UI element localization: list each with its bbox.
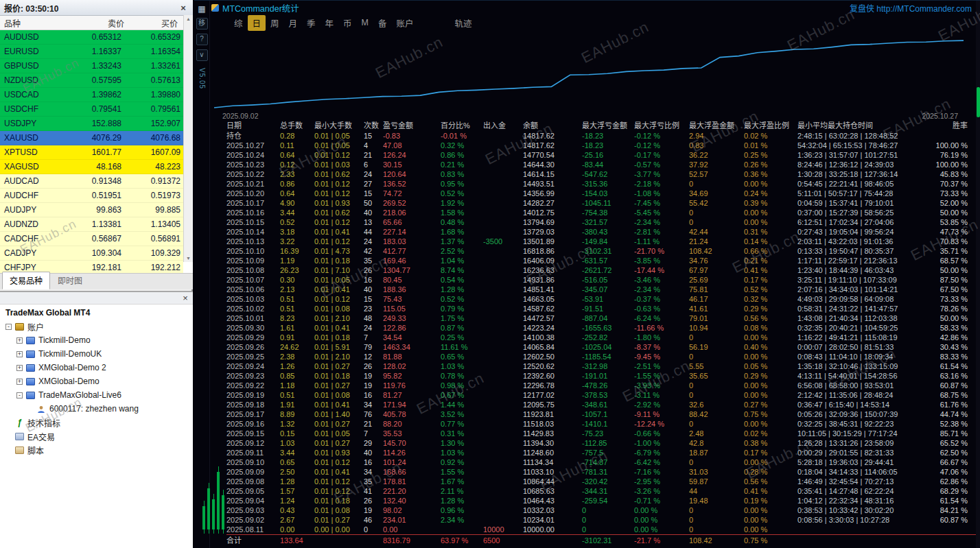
help-button[interactable]: ? <box>196 34 208 45</box>
column-header[interactable]: 百分比% <box>441 121 483 131</box>
table-row[interactable]: 2025.10.240.640.01 | 0.1221126.240.86 %1… <box>226 150 976 160</box>
column-header[interactable]: 最大浮盈金额 <box>689 121 744 131</box>
table-row[interactable]: 持仓0.280.01 | 0.0515-0.83-0.01 %14817.62-… <box>226 131 976 141</box>
menu-item-track[interactable]: 轨迹 <box>450 15 477 31</box>
table-row[interactable]: 2025.09.178.890.01 | 1.4076405.783.52 %1… <box>226 409 976 419</box>
table-row[interactable]: 2025.10.270.110.01 | 0.05447.080.32 %148… <box>226 141 976 150</box>
menu-item-月[interactable]: 月 <box>284 15 303 31</box>
table-row[interactable]: 2025.09.051.570.01 | 0.1241221.202.11 %1… <box>226 486 976 496</box>
tab-tick-chart[interactable]: 即时图 <box>50 272 90 289</box>
quote-row[interactable]: AUDCAD0.913480.91372 <box>0 174 183 189</box>
table-row[interactable]: 2025.09.2624.620.01 | 5.91791463.3411.61… <box>226 342 976 352</box>
tree-item[interactable]: 6000117: zhezhen wang <box>0 402 193 416</box>
quote-row[interactable]: AUDUSD0.653120.65329 <box>0 30 183 45</box>
menu-item-综[interactable]: 综 <box>229 15 248 31</box>
column-header[interactable]: 盈亏金额 <box>383 121 441 131</box>
tab-symbols[interactable]: 交易品种 <box>2 272 50 289</box>
column-bid[interactable]: 卖价 <box>66 17 124 29</box>
expand-icon[interactable]: + <box>16 337 23 344</box>
column-symbol[interactable]: 品种 <box>0 17 66 29</box>
column-header[interactable]: 胜率 <box>925 121 975 131</box>
quote-row[interactable]: EURUSD1.163371.16354 <box>0 45 183 59</box>
table-row[interactable]: 2025.10.163.440.01 | 0.6240218.061.58 %1… <box>226 208 976 217</box>
move-button[interactable]: 移 <box>196 18 208 29</box>
column-header[interactable]: 日期 <box>226 121 280 131</box>
quote-row[interactable]: XAGUSD48.16848.223 <box>0 160 183 174</box>
tree-item[interactable]: EA交易 <box>0 429 193 443</box>
quote-row[interactable]: XAUUSD4076.294076.68 <box>0 131 183 145</box>
table-row[interactable]: 2025.10.230.120.01 | 0.03630.150.21 %146… <box>226 160 976 169</box>
table-row[interactable]: 2025.09.241.260.01 | 0.2726128.021.03 %1… <box>226 361 976 371</box>
column-header[interactable]: 最小平均最大持仓时间 <box>797 121 925 131</box>
menu-item-账户[interactable]: 账户 <box>392 15 419 31</box>
quote-row[interactable]: USDCAD1.398621.39880 <box>0 88 183 102</box>
table-row[interactable]: 2025.09.041.240.01 | 0.1826132.401.28 %1… <box>226 496 976 505</box>
column-header[interactable]: 最小大手数 <box>314 121 364 131</box>
table-row[interactable]: 2025.10.091.190.01 | 0.1835169.461.04 %1… <box>226 256 976 265</box>
table-row[interactable]: 2025.10.018.230.01 | 2.1048249.331.75 %1… <box>226 313 976 323</box>
menu-item-币[interactable]: 币 <box>338 15 357 31</box>
table-row[interactable]: 2025.10.133.220.01 | 0.1224183.031.37 %-… <box>226 237 976 246</box>
scroll-up-icon[interactable]: ▲ <box>186 16 191 21</box>
table-row[interactable]: 2025.09.230.850.01 | 0.181995.820.78 %12… <box>226 371 976 381</box>
table-row[interactable]: 2025.09.022.670.01 | 0.2746234.012.34 %1… <box>226 515 976 525</box>
table-row[interactable]: 2025.09.150.150.01 | 0.05735.530.31 %114… <box>226 429 976 438</box>
tree-item[interactable]: +Tickmill-DemoUK <box>0 347 193 361</box>
expand-icon[interactable]: + <box>16 365 23 371</box>
table-row[interactable]: 2025.09.181.910.01 | 0.4134171.941.44 %1… <box>226 400 976 409</box>
table-row[interactable]: 2025.09.301.610.01 | 0.4124122.860.87 %1… <box>226 323 976 333</box>
table-row[interactable]: 2025.10.0826.230.01 | 7.10261304.778.74 … <box>226 265 976 275</box>
close-icon[interactable]: × <box>180 293 191 303</box>
menu-item-季[interactable]: 季 <box>302 15 320 31</box>
quote-row[interactable]: AUDNZD1.133811.13405 <box>0 217 183 232</box>
tree-item[interactable]: ƒ技术指标 <box>0 416 193 429</box>
expand-icon[interactable]: + <box>16 379 23 385</box>
tree-item[interactable]: 脚本 <box>0 443 193 457</box>
table-row[interactable]: 2025.09.290.910.01 | 0.18734.540.25 %141… <box>226 333 976 342</box>
right-scrollbar-thumb[interactable] <box>977 87 980 117</box>
expand-icon[interactable]: + <box>16 351 23 357</box>
collapse-button[interactable]: ∨ <box>196 49 208 61</box>
menu-item-周[interactable]: 周 <box>266 15 284 31</box>
table-row[interactable]: 2025.10.150.520.01 | 0.121365.660.48 %13… <box>226 217 976 227</box>
menu-item-备[interactable]: 备 <box>373 15 392 31</box>
column-header[interactable]: 总手数 <box>280 121 314 131</box>
table-row[interactable]: 2025.08.110.000.00 | 0.0000.001000010000… <box>226 525 976 534</box>
tree-item[interactable]: +Tickmill-Demo <box>0 333 193 347</box>
column-header[interactable]: 最大浮亏金额 <box>582 121 634 131</box>
table-row[interactable]: 2025.10.222.330.01 | 0.6224120.640.83 %1… <box>226 169 976 179</box>
collapse-icon[interactable]: - <box>5 324 12 330</box>
quote-row[interactable]: NZDUSD0.575950.57613 <box>0 73 183 88</box>
right-scrollbar[interactable] <box>976 1 980 548</box>
quote-row[interactable]: AUDJPY99.86399.885 <box>0 203 183 217</box>
table-row[interactable]: 2025.10.070.300.01 | 0.051680.450.54 %14… <box>226 275 976 285</box>
column-header[interactable]: 最大浮盈比例 <box>744 121 797 131</box>
menu-item-M[interactable]: M <box>357 16 373 29</box>
table-row[interactable]: 2025.09.121.030.01 | 0.2729145.701.30 %1… <box>226 438 976 448</box>
table-row[interactable]: 2025.09.190.510.01 | 0.081681.270.67 %12… <box>226 390 976 400</box>
grid-icon[interactable]: ▦ <box>198 4 205 14</box>
scroll-down-icon[interactable]: ▼ <box>186 256 191 261</box>
table-row[interactable]: 2025.10.210.860.01 | 0.1227136.520.95 %1… <box>226 179 976 189</box>
menu-item-年[interactable]: 年 <box>320 15 339 31</box>
table-row[interactable]: 2025.10.174.900.01 | 0.9350269.521.92 %1… <box>226 198 976 208</box>
table-row[interactable]: 2025.09.161.320.01 | 0.272188.200.77 %11… <box>226 419 976 429</box>
quote-row[interactable]: USDCHF0.795410.79561 <box>0 102 183 117</box>
table-row[interactable]: 2025.10.020.510.01 | 0.0823115.050.79 %1… <box>226 304 976 313</box>
table-row[interactable]: 2025.10.143.180.01 | 0.4144227.141.68 %1… <box>226 227 976 237</box>
column-header[interactable]: 最大浮亏比例 <box>634 121 689 131</box>
quote-row[interactable]: GBPUSD1.332431.33261 <box>0 59 183 73</box>
column-header[interactable]: 次数 <box>364 121 383 131</box>
table-row[interactable]: 2025.10.062.130.01 | 0.4140188.361.28 %1… <box>226 285 976 294</box>
quote-row[interactable]: CADCHF0.568670.56891 <box>0 232 183 246</box>
table-row[interactable]: 2025.10.1016.390.01 | 4.7342412.772.52 %… <box>226 246 976 256</box>
table-row[interactable]: 2025.09.092.500.01 | 0.4134168.661.55 %1… <box>226 467 976 477</box>
tree-item[interactable]: -TradeMaxGlobal-Live6 <box>0 388 193 402</box>
table-row[interactable]: 2025.09.030.430.01 | 0.081998.020.96 %10… <box>226 505 976 515</box>
market-watch-scrollbar[interactable]: ▲ ▼ <box>183 15 193 262</box>
tree-item[interactable]: +XMGlobal-Demo <box>0 374 193 388</box>
column-ask[interactable]: 买价 <box>124 17 178 29</box>
table-row[interactable]: 2025.09.252.380.01 | 2.101281.880.65 %12… <box>226 352 976 361</box>
table-row[interactable]: 2025.09.113.440.01 | 0.9340114.261.03 %1… <box>226 448 976 457</box>
collapse-icon[interactable]: - <box>16 392 23 398</box>
